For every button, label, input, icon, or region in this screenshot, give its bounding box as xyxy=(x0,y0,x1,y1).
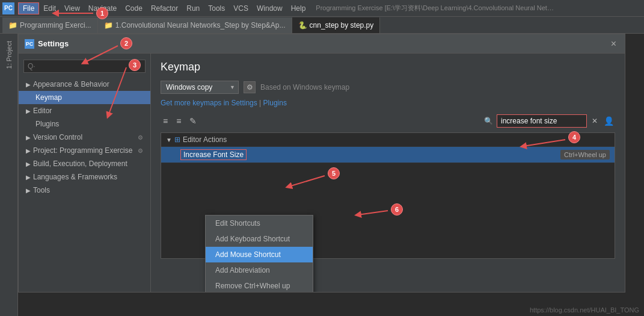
sidebar-item-languages[interactable]: ▶ Languages & Frameworks xyxy=(19,170,150,184)
get-keymaps-link[interactable]: Get more keymaps in Settings xyxy=(161,99,257,107)
sidebar-item-tools[interactable]: ▶ Tools xyxy=(19,184,150,197)
context-menu: Edit Shortcuts Add Keyboard Shortcut Add… xyxy=(205,215,313,292)
sidebar-item-version-control[interactable]: ▶ Version Control ⚙ xyxy=(19,131,150,144)
search-icon-left: 🔍 xyxy=(484,117,493,125)
row-shortcut: Ctrl+Wheel up xyxy=(560,150,610,160)
settings-dialog: PC Settings × ▶ Appearance & Behavior Ke… xyxy=(18,34,625,293)
footer-url: https://blog.csdn.net/HUAI_BI_TONG xyxy=(530,306,639,314)
group-icon: ⊞ xyxy=(174,135,180,144)
dialog-title-bar: PC Settings × xyxy=(19,34,625,54)
menu-bar: PC File Edit View Navigate Code Refactor… xyxy=(0,0,644,17)
main-area: 1: Project PC Settings × ▶ Appearance & … xyxy=(0,34,644,316)
settings-sidebar: ▶ Appearance & Behavior Keymap ▶ Editor … xyxy=(19,54,151,292)
sidebar-item-project[interactable]: ▶ Project: Programming Exercise ⚙ xyxy=(19,144,150,157)
menu-run[interactable]: Run xyxy=(182,3,204,14)
keymap-toolbar: ≡ ≡ ✎ 🔍 ✕ 👤 xyxy=(161,114,615,128)
tree-row-increase-font[interactable]: Increase Font Size Ctrl+Wheel up xyxy=(161,147,615,163)
arrow-icon-vc: ▶ xyxy=(26,134,31,141)
arrow-icon-editor: ▶ xyxy=(26,108,31,114)
dialog-content: ▶ Appearance & Behavior Keymap ▶ Editor … xyxy=(19,54,625,292)
keymap-link-row: Get more keymaps in Settings | Plugins xyxy=(161,99,615,107)
edit-button[interactable]: ✎ xyxy=(187,115,199,127)
menu-navigate[interactable]: Navigate xyxy=(84,3,121,14)
menu-edit[interactable]: Edit xyxy=(39,3,60,14)
menu-refactor[interactable]: Refactor xyxy=(147,3,182,14)
app-icon: PC xyxy=(2,2,14,14)
arrow-icon: ▶ xyxy=(26,81,31,88)
folder-icon-2: 📁 xyxy=(104,21,113,29)
context-menu-remove-ctrl[interactable]: Remove Ctrl+Wheel up xyxy=(206,278,313,292)
sidebar-search-input[interactable] xyxy=(23,60,146,73)
keymap-dropdown-wrapper: Windows copy xyxy=(161,81,239,94)
name-highlight-box: Increase Font Size xyxy=(180,149,247,160)
menu-view[interactable]: View xyxy=(60,3,84,14)
arrow-icon-tools: ▶ xyxy=(26,187,31,194)
arrow-icon-proj: ▶ xyxy=(26,147,31,154)
side-panel: 1: Project xyxy=(0,34,18,316)
keymap-search-input[interactable] xyxy=(497,114,587,128)
keymap-selector-row: Windows copy ⚙ Based on Windows keymap xyxy=(161,81,615,94)
tab-python[interactable]: 🐍 cnn_step by step.py xyxy=(292,17,381,33)
python-icon: 🐍 xyxy=(298,21,307,29)
settings-main: Keymap Windows copy ⚙ Based on Windows k… xyxy=(151,54,625,292)
dialog-close-button[interactable]: × xyxy=(609,39,619,49)
sidebar-item-plugins[interactable]: Plugins xyxy=(19,117,150,131)
menu-tools[interactable]: Tools xyxy=(204,3,229,14)
dialog-title: Settings xyxy=(38,39,69,48)
tab-project[interactable]: 📁 Programming Exerci... xyxy=(2,17,98,33)
tab-networks[interactable]: 📁 1.Convolutional Neural Networks_Step b… xyxy=(98,17,292,33)
sidebar-search-container xyxy=(19,57,150,75)
side-panel-label: 1: Project xyxy=(5,41,13,69)
sidebar-item-appearance[interactable]: ▶ Appearance & Behavior xyxy=(19,78,150,91)
context-menu-edit-shortcuts[interactable]: Edit Shortcuts xyxy=(206,215,313,231)
project-path: Programming Exercise [E:\学习资料\Deep Learn… xyxy=(316,4,556,13)
arrow-icon-build: ▶ xyxy=(26,161,31,167)
row-name: Increase Font Size xyxy=(180,150,560,159)
menu-vcs[interactable]: VCS xyxy=(229,3,253,14)
arrow-icon-lang: ▶ xyxy=(26,174,31,181)
menu-help[interactable]: Help xyxy=(287,3,310,14)
tree-group-editor-actions: ▼ ⊞ Editor Actions xyxy=(161,133,615,147)
keymap-title: Keymap xyxy=(161,61,615,73)
sidebar-item-editor[interactable]: ▶ Editor xyxy=(19,104,150,117)
context-menu-add-abbreviation[interactable]: Add Abbreviation xyxy=(206,262,313,278)
keymap-dropdown[interactable]: Windows copy xyxy=(161,81,239,94)
context-menu-add-keyboard[interactable]: Add Keyboard Shortcut xyxy=(206,231,313,247)
tree-arrow-icon: ▼ xyxy=(166,137,172,143)
folder-icon: 📁 xyxy=(8,21,17,29)
search-person-button[interactable]: 👤 xyxy=(603,115,615,127)
dialog-pc-icon: PC xyxy=(25,39,34,49)
sidebar-item-keymap[interactable]: Keymap xyxy=(19,91,150,104)
sort-button[interactable]: ≡ xyxy=(161,115,170,127)
tab-bar: 📁 Programming Exerci... 📁 1.Convolutiona… xyxy=(0,17,644,34)
context-menu-add-mouse[interactable]: Add Mouse Shortcut xyxy=(206,247,313,262)
menu-window[interactable]: Window xyxy=(253,3,287,14)
keymap-based-text: Based on Windows keymap xyxy=(260,83,349,91)
sidebar-item-build[interactable]: ▶ Build, Execution, Deployment xyxy=(19,157,150,170)
gear-icon[interactable]: ⚙ xyxy=(244,81,256,93)
filter-button[interactable]: ≡ xyxy=(174,115,183,127)
menu-file[interactable]: File xyxy=(18,2,39,14)
plugins-link[interactable]: Plugins xyxy=(263,99,287,107)
menu-code[interactable]: Code xyxy=(121,3,147,14)
search-clear-button[interactable]: ✕ xyxy=(590,116,599,126)
